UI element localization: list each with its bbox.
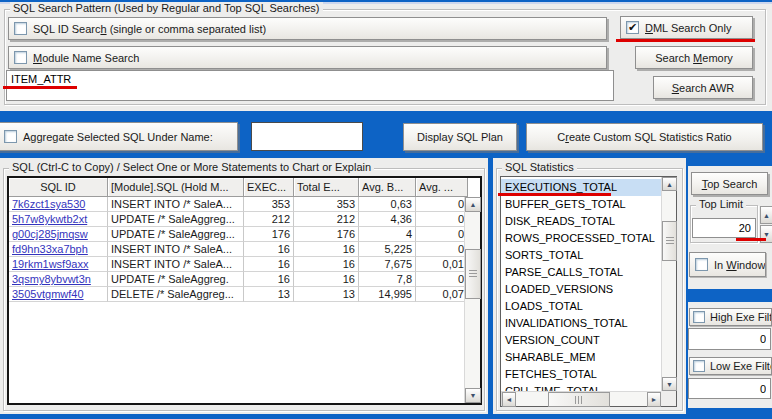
statistics-item[interactable]: PARSE_CALLS_TOTAL — [501, 264, 661, 281]
scroll-thumb[interactable] — [662, 221, 677, 261]
search-pattern-input[interactable] — [6, 70, 614, 101]
column-header-exec[interactable]: EXEC... — [244, 178, 294, 197]
statistics-item[interactable]: INVALIDATIONS_TOTAL — [501, 315, 661, 332]
dml-search-only-button[interactable]: ✔ DML Search Only — [620, 16, 753, 39]
spin-down-icon: ▼ — [763, 231, 770, 238]
create-custom-ratio-button[interactable]: Create Custom SQL Statistics Ratio — [526, 123, 763, 151]
statistics-item[interactable]: VERSION_COUNT — [501, 332, 661, 349]
sql-id-link[interactable]: 5h7w8ykwtb2xt — [9, 212, 108, 227]
aggregate-name-input[interactable] — [251, 122, 363, 151]
annotation-pattern-underline — [3, 86, 77, 89]
top-search-button[interactable]: Top Search — [691, 172, 768, 195]
table-row[interactable]: 19rkm1wsf9axx INSERT INTO /* SaleA... 16… — [9, 257, 468, 272]
check-icon: ✔ — [628, 22, 637, 33]
top-limit-spin-up-button[interactable]: ▲ — [760, 206, 772, 224]
statistics-item[interactable]: SHARABLE_MEM — [501, 349, 661, 366]
module-name-search-label: Module Name Search — [33, 52, 139, 64]
aggregate-checkbox[interactable] — [4, 130, 17, 143]
table-vertical-scrollbar[interactable]: ▲ ▼ — [464, 197, 480, 403]
module-name-search-button[interactable]: Module Name Search — [8, 46, 607, 69]
top-limit-title: Top Limit — [696, 198, 746, 210]
in-window-checkbox[interactable] — [695, 258, 708, 271]
statistics-item[interactable]: BUFFER_GETS_TOTAL — [501, 196, 661, 213]
sql-id-search-label: SQL ID Search (single or comma separated… — [33, 23, 266, 35]
search-pattern-title: SQL Search Pattern (Used by Regular and … — [10, 2, 323, 14]
scroll-up-button[interactable]: ▲ — [662, 177, 677, 191]
arrow-up-icon: ▲ — [470, 201, 477, 208]
statistics-item[interactable]: DISK_READS_TOTAL — [501, 213, 661, 230]
low-exe-filter-button[interactable]: Low Exe Filter — [689, 357, 772, 375]
table-row[interactable]: 7k6zct1sya530 INSERT INTO /* SaleA... 35… — [9, 197, 468, 212]
statistics-item[interactable]: ROWS_PROCESSED_TOTAL — [501, 230, 661, 247]
low-exe-filter-input[interactable] — [688, 378, 771, 399]
column-header-total[interactable]: Total E... — [294, 178, 359, 197]
high-exe-filter-label: High Exe Filter — [710, 311, 772, 323]
scroll-down-button[interactable]: ▼ — [465, 388, 481, 403]
statistics-horizontal-scrollbar[interactable]: ◄ ► — [501, 391, 661, 406]
scroll-right-button[interactable]: ► — [647, 392, 661, 407]
sql-table-header: SQL ID [Module].SQL (Hold M... EXEC... T… — [9, 178, 468, 197]
sql-search-window: SQL Search Pattern (Used by Regular and … — [0, 0, 772, 419]
table-row[interactable]: 3qsmy8ybvwt3n UPDATE /* SaleAggreg. 16 1… — [9, 272, 468, 287]
aggregate-label: Aggregate Selected SQL Under Name: — [23, 131, 213, 143]
scroll-up-button[interactable]: ▲ — [465, 197, 481, 212]
sql-id-search-checkbox[interactable] — [14, 22, 27, 35]
sql-id-link[interactable]: 3505vtgmwf40 — [9, 287, 108, 302]
table-row[interactable]: fd9hn33xa7bph INSERT INTO /* SaleA... 16… — [9, 242, 468, 257]
sql-id-search-button[interactable]: SQL ID Search (single or comma separated… — [8, 17, 607, 40]
sql-table: SQL ID [Module].SQL (Hold M... EXEC... T… — [7, 176, 482, 405]
annotation-dml-underline — [616, 39, 755, 42]
in-window-button[interactable]: In Window — [689, 252, 766, 277]
sql-statistics-title: SQL Statistics — [502, 161, 577, 173]
arrow-down-icon: ▼ — [666, 381, 673, 388]
column-header-avg[interactable]: Avg. ... — [416, 178, 468, 197]
arrow-up-icon: ▲ — [666, 181, 673, 188]
statistics-vertical-scrollbar[interactable]: ▲ ▼ — [661, 177, 676, 391]
annotation-executions-underline — [498, 193, 611, 196]
sql-id-link[interactable]: 3qsmy8ybvwt3n — [9, 272, 108, 287]
thumb-grip-icon — [575, 396, 583, 404]
statistics-item[interactable]: SORTS_TOTAL — [501, 247, 661, 264]
aggregate-selected-sql-button[interactable]: Aggregate Selected SQL Under Name: — [0, 122, 238, 151]
scroll-thumb[interactable] — [465, 249, 481, 299]
high-exe-filter-checkbox[interactable] — [693, 311, 705, 323]
statistics-item[interactable]: LOADS_TOTAL — [501, 298, 661, 315]
sql-statistics-list: EXECUTIONS_TOTAL BUFFER_GETS_TOTAL DISK_… — [500, 176, 677, 407]
high-exe-filter-button[interactable]: High Exe Filter — [689, 308, 772, 326]
column-header-avg-b[interactable]: Avg. B... — [359, 178, 416, 197]
sql-id-link[interactable]: g00cj285jmqsw — [9, 227, 108, 242]
sql-id-link[interactable]: fd9hn33xa7bph — [9, 242, 108, 257]
scroll-left-button[interactable]: ◄ — [502, 392, 516, 407]
in-window-label: In Window — [714, 259, 765, 271]
sql-id-link[interactable]: 19rkm1wsf9axx — [9, 257, 108, 272]
display-sql-plan-label: Display SQL Plan — [417, 131, 503, 143]
scroll-down-button[interactable]: ▼ — [662, 377, 677, 391]
search-awr-button[interactable]: Search AWR — [653, 76, 753, 99]
spin-up-icon: ▲ — [763, 212, 770, 219]
annotation-top-limit-underline — [736, 238, 766, 241]
search-awr-label: Search AWR — [672, 82, 735, 94]
column-header-module[interactable]: [Module].SQL (Hold M... — [108, 178, 244, 197]
table-row[interactable]: g00cj285jmqsw UPDATE /* SaleAggreg... 17… — [9, 227, 468, 242]
search-memory-label: Search Memory — [655, 52, 733, 64]
column-header-sql-id[interactable]: SQL ID — [9, 178, 108, 197]
scroll-thumb[interactable] — [548, 392, 610, 407]
sql-id-link[interactable]: 7k6zct1sya530 — [9, 197, 108, 212]
create-custom-ratio-label: Create Custom SQL Statistics Ratio — [557, 131, 731, 143]
thumb-grip-icon — [469, 270, 477, 278]
low-exe-filter-checkbox[interactable] — [693, 360, 705, 372]
thumb-grip-icon — [666, 237, 674, 245]
top-limit-input[interactable] — [692, 218, 756, 238]
table-row[interactable]: 5h7w8ykwtb2xt UPDATE /* SaleAggreg... 21… — [9, 212, 468, 227]
dml-checked-checkbox[interactable]: ✔ — [626, 21, 639, 34]
high-exe-filter-input[interactable] — [688, 328, 771, 350]
table-row[interactable]: 3505vtgmwf40 DELETE /* SaleAggreg... 13 … — [9, 287, 468, 302]
low-exe-filter-label: Low Exe Filter — [710, 360, 772, 372]
search-memory-button[interactable]: Search Memory — [635, 46, 753, 69]
statistics-item[interactable]: LOADED_VERSIONS — [501, 281, 661, 298]
arrow-left-icon: ◄ — [506, 396, 513, 403]
module-name-search-checkbox[interactable] — [14, 51, 27, 64]
statistics-item-clipped[interactable]: CPU_TIME_TOTAL — [501, 383, 661, 391]
statistics-item[interactable]: FETCHES_TOTAL — [501, 366, 661, 383]
display-sql-plan-button[interactable]: Display SQL Plan — [403, 123, 517, 151]
